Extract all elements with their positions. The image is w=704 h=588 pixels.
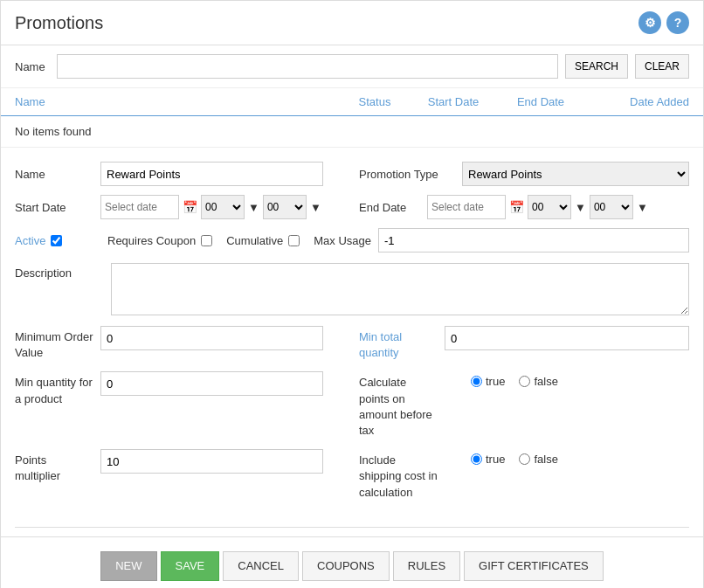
footer-divider	[15, 527, 689, 528]
calc-points-true-label: true	[486, 375, 505, 388]
settings-button[interactable]: ⚙	[638, 11, 661, 34]
include-shipping-true-radio[interactable]	[471, 453, 482, 465]
include-shipping-false-label: false	[534, 453, 557, 466]
include-shipping-false-option[interactable]: false	[519, 453, 557, 466]
min-total-qty-input[interactable]	[445, 326, 689, 350]
save-button[interactable]: SAVE	[161, 551, 220, 581]
col-startdate-header: Start Date	[410, 95, 497, 108]
col-dateadded-header: Date Added	[584, 95, 689, 108]
search-button[interactable]: SEARCH	[565, 54, 628, 79]
new-button[interactable]: NEW	[100, 551, 156, 581]
col-enddate-header: End Date	[497, 95, 584, 108]
include-shipping-true-label: true	[486, 453, 505, 466]
promotion-type-select[interactable]: Reward Points Discount Free Shipping	[462, 162, 689, 186]
calc-points-label: Calculatepoints onamount beforetax	[359, 371, 464, 439]
start-hour-select[interactable]: 000102	[201, 195, 245, 219]
end-hour-select[interactable]: 000102	[528, 195, 571, 219]
description-textarea[interactable]	[111, 263, 689, 315]
search-label: Name	[15, 60, 50, 73]
min-total-qty-label: Min totalquantity	[359, 326, 438, 361]
start-date-input[interactable]	[100, 195, 179, 219]
search-row: Name SEARCH CLEAR	[1, 45, 703, 88]
start-min-select[interactable]: 00153045	[263, 195, 307, 219]
cancel-button[interactable]: CANCEL	[223, 551, 299, 581]
start-date-calendar-icon[interactable]: 📅	[183, 200, 197, 214]
end-date-label: End Date	[359, 201, 420, 214]
points-multiplier-label: Pointsmultiplier	[15, 449, 93, 484]
points-multiplier-input[interactable]	[100, 449, 323, 474]
requires-coupon-checkbox[interactable]	[201, 235, 212, 246]
calc-points-false-label: false	[534, 375, 557, 388]
min-order-input[interactable]	[100, 326, 323, 350]
max-usage-input[interactable]	[378, 228, 689, 252]
start-time-sep: ▼	[248, 201, 259, 214]
include-shipping-false-radio[interactable]	[519, 453, 530, 465]
rules-button[interactable]: RULES	[393, 551, 460, 581]
calc-points-radio-group: true false	[471, 371, 558, 388]
active-checkbox[interactable]	[51, 235, 62, 246]
footer-buttons: NEW SAVE CANCEL COUPONS RULES GIFT CERTI…	[1, 536, 703, 588]
calc-points-false-option[interactable]: false	[519, 375, 557, 388]
cumulative-label: Cumulative	[226, 234, 283, 247]
clear-button[interactable]: CLEAR	[635, 54, 689, 79]
max-usage-label: Max Usage	[314, 234, 371, 247]
page-title: Promotions	[15, 13, 103, 33]
start-date-group: 📅 000102 ▼ 00153045 ▼	[100, 195, 321, 219]
end-min-select[interactable]: 00153045	[590, 195, 633, 219]
coupons-button[interactable]: COUPONS	[302, 551, 390, 581]
requires-coupon-label: Requires Coupon	[107, 234, 196, 247]
calc-points-true-radio[interactable]	[471, 376, 482, 387]
include-shipping-label: Includeshipping cost incalculation	[359, 449, 464, 501]
col-name-header: Name	[15, 95, 340, 108]
end-min-arrow: ▼	[637, 201, 648, 214]
name-label: Name	[15, 168, 93, 181]
active-label: Active	[15, 234, 45, 247]
include-shipping-true-option[interactable]: true	[471, 453, 505, 466]
calc-points-false-radio[interactable]	[519, 376, 530, 387]
min-qty-product-label: Min quantity fora product	[15, 371, 93, 406]
gift-certificates-button[interactable]: GIFT CERTIFICATES	[464, 551, 604, 581]
cumulative-checkbox[interactable]	[288, 235, 300, 246]
include-shipping-radio-group: true false	[471, 449, 558, 466]
end-time-sep: ▼	[575, 201, 586, 214]
promotion-type-label: Promotion Type	[359, 168, 455, 181]
min-order-label: Minimum OrderValue	[15, 326, 93, 361]
min-qty-product-input[interactable]	[100, 371, 323, 396]
search-input[interactable]	[57, 54, 558, 79]
calc-points-true-option[interactable]: true	[471, 375, 505, 388]
form-section: Name Promotion Type Reward Points Discou…	[1, 148, 703, 520]
name-input[interactable]	[100, 162, 323, 186]
table-header: Name Status Start Date End Date Date Add…	[1, 88, 703, 116]
end-date-calendar-icon[interactable]: 📅	[509, 200, 524, 214]
start-date-label: Start Date	[15, 201, 93, 214]
col-status-header: Status	[340, 95, 410, 108]
end-date-group: 📅 000102 ▼ 00153045 ▼	[427, 195, 648, 219]
help-button[interactable]: ?	[666, 11, 689, 34]
header-icons: ⚙ ?	[638, 11, 689, 34]
end-date-input[interactable]	[427, 195, 506, 219]
no-items-message: No items found	[1, 116, 703, 148]
start-min-arrow: ▼	[310, 201, 321, 214]
description-label: Description	[15, 263, 111, 280]
description-row: Description	[15, 263, 689, 315]
